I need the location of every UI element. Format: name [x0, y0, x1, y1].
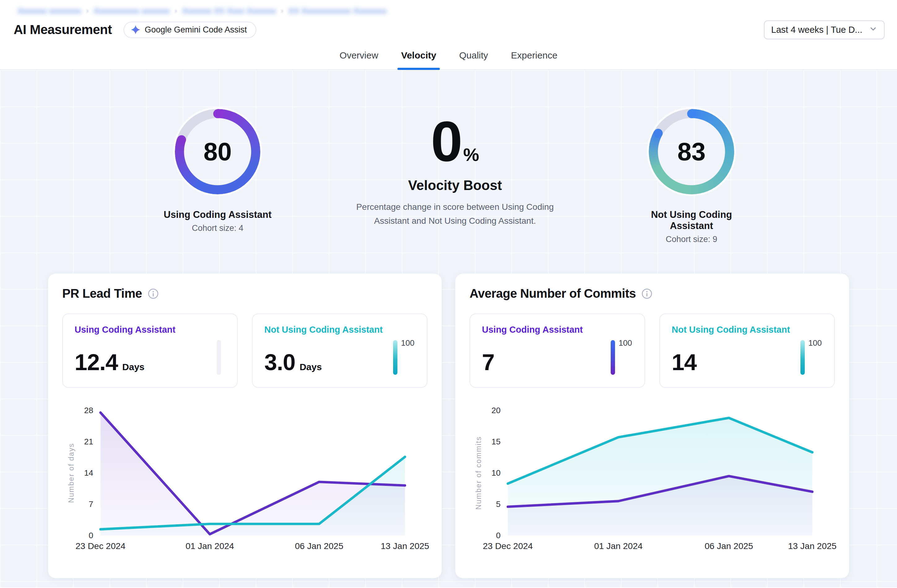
svg-text:20: 20: [491, 406, 501, 415]
scale-bar: [801, 340, 805, 375]
scale-max-label: 100: [808, 339, 822, 347]
gauge-cap: [177, 135, 186, 144]
svg-text:28: 28: [84, 406, 93, 415]
svg-text:23 Dec 2024: 23 Dec 2024: [75, 541, 126, 551]
svg-text:01 Jan 2024: 01 Jan 2024: [594, 541, 643, 551]
velocity-boost-block: 0 % Velocity Boost Percentage change in …: [339, 113, 571, 228]
content-area: 80 Using Coding Assistant Cohort size: 4…: [0, 70, 897, 587]
stat-label: Not Using Coding Assistant: [264, 325, 415, 335]
gauge-score: 83: [649, 109, 734, 194]
gauge-cap: [213, 109, 222, 118]
stat-box-not-using: Not Using Coding Assistant 3.0 Days 100: [252, 314, 427, 388]
svg-text:0: 0: [496, 531, 501, 540]
svg-text:13 Jan 2025: 13 Jan 2025: [788, 541, 837, 551]
chevron-down-icon: [869, 25, 877, 35]
velocity-boost-title: Velocity Boost: [339, 178, 571, 193]
stat-label: Not Using Coding Assistant: [672, 325, 822, 335]
gemini-sparkle-icon: [131, 25, 140, 34]
boost-percent-sign: %: [463, 146, 479, 164]
not-using-assistant-gauge: 83: [649, 109, 734, 194]
stat-value: 14: [672, 349, 696, 375]
gauge-cohort-size: Cohort size: 4: [156, 224, 280, 233]
stat-unit: Days: [122, 362, 145, 372]
scale-bar: [393, 340, 397, 375]
svg-text:01 Jan 2024: 01 Jan 2024: [186, 541, 234, 551]
card-title: PR Lead Time: [62, 286, 142, 300]
not-using-assistant-gauge-block: 83 Not Using Coding Assistant Cohort siz…: [629, 109, 753, 244]
gauge-label: Using Coding Assistant: [156, 209, 280, 220]
breadcrumb-item[interactable]: XX Xxxxxxxxxxxx Xxxxxxxx: [288, 6, 387, 16]
svg-text:Number of commits: Number of commits: [475, 436, 482, 510]
breadcrumb: Xxxxxxx xxxxxxxx › Xxxxxxxxxxx xxxxxxx ›…: [0, 0, 897, 17]
svg-text:Number of days: Number of days: [67, 443, 75, 503]
svg-text:7: 7: [89, 499, 93, 509]
velocity-boost-value: 0 %: [339, 113, 571, 170]
page-title: AI Measurement: [14, 22, 112, 37]
scale-bar: [217, 340, 221, 375]
scale-max-label: 100: [401, 339, 415, 347]
tab-overview[interactable]: Overview: [338, 50, 380, 69]
stat-label: Using Coding Assistant: [482, 325, 633, 335]
scale-bar: [611, 340, 615, 375]
gauge-cap: [654, 129, 663, 138]
svg-text:15: 15: [491, 437, 501, 446]
info-icon[interactable]: [148, 288, 159, 299]
stat-unit: Days: [300, 362, 322, 372]
svg-text:0: 0: [89, 531, 93, 540]
breadcrumb-item[interactable]: Xxxxxxxxxxx xxxxxxx: [94, 6, 170, 16]
breadcrumb-separator-icon: ›: [175, 6, 177, 15]
info-icon[interactable]: [641, 288, 652, 299]
page-header: AI Measurement Google Gemini Code Assist…: [0, 17, 897, 45]
badge-label: Google Gemini Code Assist: [145, 25, 247, 35]
using-assistant-gauge-block: 80 Using Coding Assistant Cohort size: 4: [156, 109, 280, 233]
card-title: Average Number of Commits: [470, 286, 636, 300]
svg-text:5: 5: [496, 499, 501, 509]
gauge-cohort-size: Cohort size: 9: [629, 234, 753, 244]
pr-lead-time-chart: 07142128Number of days23 Dec 202401 Jan …: [62, 394, 427, 560]
svg-text:10: 10: [491, 468, 501, 478]
gauge-label: Not Using Coding Assistant: [629, 209, 753, 231]
velocity-boost-description: Percentage change in score between Using…: [353, 200, 557, 228]
breadcrumb-item[interactable]: Xxxxxxx XX Xxxx Xxxxxxx: [182, 6, 276, 16]
gauge-score: 80: [175, 109, 260, 194]
date-range-value: Last 4 weeks | Tue D...: [771, 25, 862, 35]
stat-label: Using Coding Assistant: [75, 325, 225, 335]
tab-quality[interactable]: Quality: [458, 50, 489, 69]
svg-text:06 Jan 2025: 06 Jan 2025: [705, 541, 753, 551]
using-assistant-gauge: 80: [175, 109, 260, 194]
breadcrumb-separator-icon: ›: [86, 6, 89, 15]
date-range-select[interactable]: Last 4 weeks | Tue D...: [764, 20, 885, 39]
breadcrumb-item[interactable]: Xxxxxxx xxxxxxxx: [17, 6, 81, 16]
stat-value: 3.0: [264, 349, 295, 375]
pr-lead-time-card: PR Lead Time Using Coding Assistant 12.: [47, 273, 442, 579]
stat-value: 7: [482, 349, 494, 375]
stat-box-using: Using Coding Assistant 12.4 Days: [62, 314, 238, 388]
avg-commits-card: Average Number of Commits Using Coding A…: [455, 273, 850, 579]
svg-text:06 Jan 2025: 06 Jan 2025: [295, 541, 344, 551]
tab-experience[interactable]: Experience: [510, 50, 559, 69]
gemini-code-assist-badge[interactable]: Google Gemini Code Assist: [124, 21, 256, 38]
stat-value: 12.4: [75, 349, 118, 375]
scale-max-label: 100: [619, 339, 632, 347]
tabbar: Overview Velocity Quality Experience: [0, 45, 897, 70]
stat-box-using: Using Coding Assistant 7 100: [470, 314, 645, 388]
ai-measurement-page: Xxxxxxx xxxxxxxx › Xxxxxxxxxxx xxxxxxx ›…: [0, 0, 897, 588]
gauge-cap: [687, 109, 696, 118]
svg-text:13 Jan 2025: 13 Jan 2025: [381, 541, 429, 551]
breadcrumb-separator-icon: ›: [281, 6, 283, 15]
metric-cards-row: PR Lead Time Using Coding Assistant 12.: [47, 273, 850, 579]
tab-velocity[interactable]: Velocity: [400, 50, 437, 69]
boost-number: 0: [431, 113, 461, 170]
stat-box-not-using: Not Using Coding Assistant 14 100: [659, 314, 835, 388]
avg-commits-chart: 05101520Number of commits23 Dec 202401 J…: [470, 394, 835, 560]
svg-text:14: 14: [84, 468, 93, 478]
svg-text:21: 21: [84, 437, 93, 446]
svg-text:23 Dec 2024: 23 Dec 2024: [483, 541, 533, 551]
